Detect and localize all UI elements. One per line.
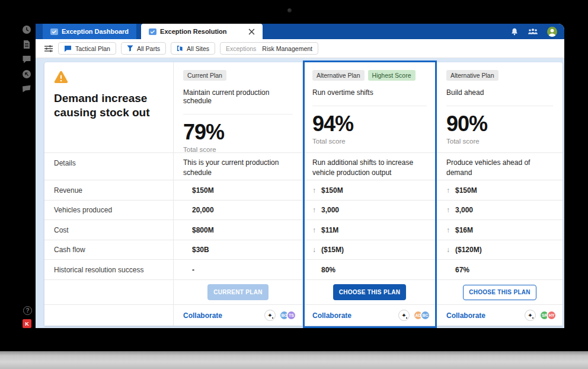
team-icon[interactable]	[528, 28, 538, 35]
chip-label: All Sites	[187, 45, 209, 52]
metric-value: 67%	[437, 260, 563, 280]
document-icon[interactable]	[22, 40, 31, 49]
plan-score: 94%	[312, 112, 427, 136]
app-header: Exception Dashboard Exception Resolution	[36, 24, 564, 39]
action-cell: CHOOSE THIS PLAN	[437, 280, 563, 305]
avatar[interactable]: TS	[286, 310, 296, 320]
exception-header-cell: Demand increase causing stock out	[44, 62, 174, 153]
metric-value: ↓($120M)	[437, 240, 563, 260]
metric-text: $150M	[455, 186, 477, 195]
collaborate-cell: Collaborate ✦ SF HY	[437, 305, 563, 326]
laptop-base	[0, 351, 588, 369]
trend-arrow: ↑	[446, 226, 451, 234]
notifications-icon[interactable]	[510, 27, 519, 36]
plan-badge: Alternative Plan	[312, 70, 365, 81]
plan-header-overtime: Alternative Plan Highest Score Run overt…	[303, 62, 437, 153]
main-content: Demand increase causing stock out Curren…	[36, 58, 564, 328]
clock-icon[interactable]	[22, 25, 31, 34]
row-label-revenue: Revenue	[44, 180, 174, 201]
plan-score-caption: Total score	[183, 146, 293, 153]
plan-description: Maintain current production schedule	[183, 88, 293, 105]
metric-value: ↑$150M	[303, 180, 437, 201]
choose-plan-button[interactable]: CHOOSE THIS PLAN	[333, 284, 407, 300]
metric-text: $150M	[321, 186, 343, 195]
help-icon[interactable]: ?	[23, 306, 32, 315]
chip-tactical-plan[interactable]: Tactical Plan	[58, 42, 116, 55]
sparkle-icon[interactable]: ✦	[398, 310, 410, 321]
appbar-actions	[510, 24, 564, 39]
plan-badge: Current Plan	[183, 70, 226, 81]
warning-icon	[54, 71, 68, 84]
metric-text: $800M	[192, 226, 214, 234]
metric-value: 80%	[303, 260, 437, 280]
tab-label: Exception Resolution	[160, 28, 226, 35]
plan-header-build-ahead: Alternative Plan Build ahead 90% Total s…	[437, 62, 563, 153]
trend-arrow: ↑	[312, 186, 317, 195]
sparkle-icon[interactable]: ✦	[264, 310, 276, 321]
trend-arrow: ↑	[446, 206, 451, 214]
current-plan-button[interactable]: CURRENT PLAN	[207, 284, 269, 300]
sites-icon	[177, 45, 183, 52]
plan-header-current: Current Plan Maintain current production…	[174, 62, 303, 153]
metric-value: $30B	[174, 240, 303, 260]
k-extension-badge[interactable]: K	[23, 319, 31, 328]
webcam-dot	[287, 8, 292, 12]
metric-text: -	[192, 266, 194, 274]
plan-badge: Alternative Plan	[446, 70, 498, 81]
resolution-tab-icon	[149, 28, 156, 35]
funnel-icon	[127, 45, 133, 52]
plan-score-caption: Total score	[446, 138, 553, 145]
chip-muted-label: Exceptions	[226, 45, 256, 52]
chip-label: Risk Management	[262, 45, 312, 52]
collaborate-link[interactable]: Collaborate	[183, 311, 222, 320]
chip-all-sites[interactable]: All Sites	[171, 42, 215, 55]
metric-text: 3,000	[321, 206, 339, 214]
row-label-cash-flow: Cash flow	[44, 240, 174, 260]
collaborate-link[interactable]: Collaborate	[312, 311, 351, 320]
tab-label: Exception Dashboard	[62, 28, 129, 35]
collaborate-link[interactable]: Collaborate	[446, 311, 485, 320]
empty-cell	[44, 305, 174, 326]
row-label-cost: Cost	[44, 220, 174, 240]
chip-all-parts[interactable]: All Parts	[121, 42, 166, 55]
sparkle-icon[interactable]: ✦	[525, 310, 536, 321]
plan-score-caption: Total score	[312, 138, 427, 145]
app-screen: Exception Dashboard Exception Resolution…	[36, 24, 564, 328]
metric-text: $16M	[455, 226, 473, 234]
metric-text: $150M	[192, 186, 214, 195]
chat-icon[interactable]	[22, 84, 31, 94]
chip-label: Tactical Plan	[75, 45, 110, 52]
metric-text: 80%	[321, 266, 335, 274]
details-value: Run additional shifts to increase vehicl…	[303, 153, 437, 180]
metric-value: $150M	[174, 180, 303, 201]
chip-exceptions-context[interactable]: Exceptions Risk Management	[220, 42, 318, 55]
metric-value: ↓($15M)	[303, 240, 437, 260]
metric-value: ↑3,000	[303, 201, 437, 220]
metric-text: 20,000	[192, 206, 214, 214]
metric-text: 67%	[455, 266, 469, 274]
action-cell: CURRENT PLAN	[174, 280, 303, 305]
tab-exception-resolution[interactable]: Exception Resolution	[141, 24, 262, 39]
plan-comparison-table: Demand increase causing stock out Curren…	[44, 62, 563, 326]
comment-icon[interactable]	[22, 55, 31, 64]
user-avatar[interactable]	[547, 27, 557, 37]
tab-exception-dashboard[interactable]: Exception Dashboard	[43, 24, 136, 39]
details-value: Produce vehicles ahead of demand	[437, 153, 563, 180]
trend-arrow: ↓	[312, 246, 317, 254]
avatar[interactable]: BC	[420, 310, 430, 320]
avatar[interactable]: HY	[547, 310, 557, 320]
dashboard-tab-icon	[50, 28, 58, 35]
close-icon[interactable]	[248, 28, 255, 35]
laptop-frame: ? K Exception Dashboard Exception Resolu…	[0, 0, 588, 369]
choose-plan-button[interactable]: CHOOSE THIS PLAN	[463, 285, 536, 300]
tune-icon[interactable]	[44, 44, 53, 53]
trend-arrow: ↓	[446, 246, 451, 254]
row-label-vehicles: Vehicles produced	[44, 201, 174, 220]
collaborate-cell: Collaborate ✦ AD BC	[303, 305, 437, 326]
empty-cell	[44, 280, 174, 305]
metric-text: $30B	[192, 246, 209, 254]
exception-title: Demand increase causing stock out	[54, 91, 161, 120]
metric-value: -	[174, 260, 303, 280]
share-arrow-icon[interactable]	[22, 69, 31, 79]
plan-description: Build ahead	[446, 88, 553, 97]
